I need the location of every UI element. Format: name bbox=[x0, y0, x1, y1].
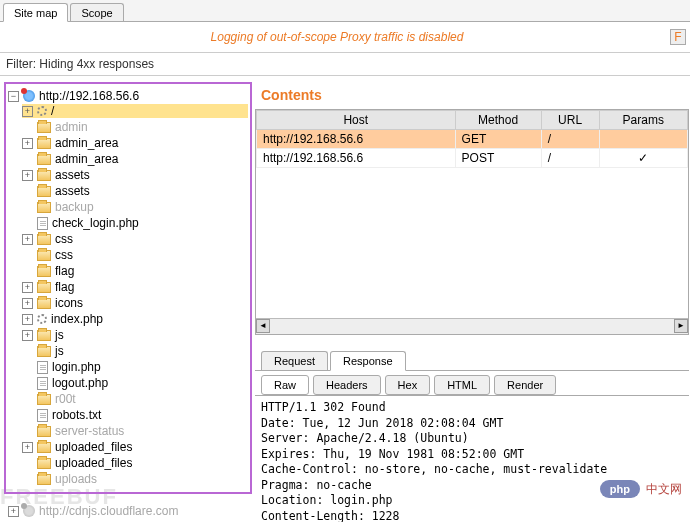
folder-icon bbox=[37, 458, 51, 469]
horizontal-scrollbar[interactable]: ◄ ► bbox=[256, 318, 688, 334]
tree-item-index[interactable]: +index.php bbox=[22, 312, 248, 326]
expand-handle-icon[interactable]: + bbox=[22, 234, 33, 245]
site-tree-pane: − http://192.168.56.6 +/ admin +admin_ar… bbox=[4, 82, 252, 494]
tree-item-js[interactable]: +js bbox=[22, 328, 248, 342]
file-icon bbox=[37, 409, 48, 422]
tree-item-robots[interactable]: robots.txt bbox=[22, 408, 248, 422]
cell-method: GET bbox=[455, 130, 541, 149]
php-logo-icon: php bbox=[600, 480, 640, 498]
tree-outside-host[interactable]: + http://cdnjs.cloudflare.com bbox=[8, 504, 178, 518]
col-params[interactable]: Params bbox=[599, 111, 687, 130]
tab-headers[interactable]: Headers bbox=[313, 375, 381, 395]
php-badge: php 中文网 bbox=[600, 480, 682, 498]
tree-item-uploaded-files2[interactable]: uploaded_files bbox=[22, 456, 248, 470]
tree-item-login[interactable]: login.php bbox=[22, 360, 248, 374]
tree-item-uploaded-files[interactable]: +uploaded_files bbox=[22, 440, 248, 454]
tree-item-css[interactable]: +css bbox=[22, 232, 248, 246]
contents-header: Contents bbox=[255, 84, 689, 109]
col-host[interactable]: Host bbox=[257, 111, 456, 130]
contents-table-wrap: Host Method URL Params http://192.168.56… bbox=[255, 109, 689, 335]
host-label: http://192.168.56.6 bbox=[39, 89, 139, 103]
tree-item-logout[interactable]: logout.php bbox=[22, 376, 248, 390]
expand-handle-icon[interactable]: + bbox=[8, 506, 19, 517]
table-row[interactable]: http://192.168.56.6 GET / bbox=[257, 130, 688, 149]
tree-label: logout.php bbox=[52, 376, 108, 390]
tree-item-icons[interactable]: +icons bbox=[22, 296, 248, 310]
folder-icon bbox=[37, 426, 51, 437]
tree-label: assets bbox=[55, 168, 90, 182]
table-row[interactable]: http://192.168.56.6 POST / ✓ bbox=[257, 149, 688, 168]
expand-handle-icon[interactable]: + bbox=[22, 138, 33, 149]
file-icon bbox=[37, 377, 48, 390]
tree-item-flag[interactable]: flag bbox=[22, 264, 248, 278]
scroll-left-icon[interactable]: ◄ bbox=[256, 319, 270, 333]
reenable-button[interactable]: F bbox=[670, 29, 686, 45]
tree-item-assets2[interactable]: assets bbox=[22, 184, 248, 198]
tree-item-backup[interactable]: backup bbox=[22, 200, 248, 214]
gear-icon bbox=[37, 314, 47, 324]
expand-handle-icon[interactable]: + bbox=[22, 170, 33, 181]
tree-label: flag bbox=[55, 280, 74, 294]
folder-icon bbox=[37, 346, 51, 357]
expand-handle-icon[interactable]: + bbox=[22, 330, 33, 341]
site-tree[interactable]: − http://192.168.56.6 +/ admin +admin_ar… bbox=[8, 88, 248, 488]
tree-label: server-status bbox=[55, 424, 124, 438]
tree-label: admin_area bbox=[55, 136, 118, 150]
tree-label: js bbox=[55, 328, 64, 342]
tree-label: admin bbox=[55, 120, 88, 134]
tab-sitemap[interactable]: Site map bbox=[3, 3, 68, 22]
folder-icon bbox=[37, 282, 51, 293]
collapse-handle-icon[interactable]: − bbox=[8, 91, 19, 102]
tree-item-root-path[interactable]: +/ bbox=[22, 104, 248, 118]
tree-label: index.php bbox=[51, 312, 103, 326]
cell-url: / bbox=[541, 149, 599, 168]
scroll-right-icon[interactable]: ► bbox=[674, 319, 688, 333]
folder-icon bbox=[37, 394, 51, 405]
folder-icon bbox=[37, 138, 51, 149]
expand-handle-icon[interactable]: + bbox=[22, 282, 33, 293]
tab-request[interactable]: Request bbox=[261, 351, 328, 370]
folder-icon bbox=[37, 250, 51, 261]
tree-item-check-login[interactable]: check_login.php bbox=[22, 216, 248, 230]
tab-hex[interactable]: Hex bbox=[385, 375, 431, 395]
tab-scope[interactable]: Scope bbox=[70, 3, 123, 21]
tab-response[interactable]: Response bbox=[330, 351, 406, 371]
expand-handle-icon[interactable]: + bbox=[22, 314, 33, 325]
tab-html[interactable]: HTML bbox=[434, 375, 490, 395]
php-text: 中文网 bbox=[646, 481, 682, 498]
folder-icon bbox=[37, 202, 51, 213]
tree-item-admin[interactable]: admin bbox=[22, 120, 248, 134]
table-empty-area bbox=[256, 168, 688, 318]
expand-handle-icon[interactable]: + bbox=[22, 298, 33, 309]
tree-item-admin-area2[interactable]: admin_area bbox=[22, 152, 248, 166]
tree-root-host[interactable]: − http://192.168.56.6 bbox=[8, 89, 248, 103]
tab-raw[interactable]: Raw bbox=[261, 375, 309, 395]
tree-item-admin-area[interactable]: +admin_area bbox=[22, 136, 248, 150]
tree-item-uploads[interactable]: uploads bbox=[22, 472, 248, 486]
filter-bar[interactable]: Filter: Hiding 4xx responses bbox=[0, 53, 690, 76]
tree-item-flag2[interactable]: +flag bbox=[22, 280, 248, 294]
folder-icon bbox=[37, 154, 51, 165]
tree-item-assets[interactable]: +assets bbox=[22, 168, 248, 182]
folder-icon bbox=[37, 442, 51, 453]
expand-handle-icon[interactable]: + bbox=[22, 106, 33, 117]
tree-item-js2[interactable]: js bbox=[22, 344, 248, 358]
folder-icon bbox=[37, 234, 51, 245]
tree-label: / bbox=[51, 104, 54, 118]
folder-icon bbox=[37, 474, 51, 485]
response-text[interactable]: HTTP/1.1 302 Found Date: Tue, 12 Jun 201… bbox=[255, 396, 689, 522]
folder-icon bbox=[37, 122, 51, 133]
cell-host: http://192.168.56.6 bbox=[257, 149, 456, 168]
folder-icon bbox=[37, 266, 51, 277]
tree-item-css2[interactable]: css bbox=[22, 248, 248, 262]
tree-label: robots.txt bbox=[52, 408, 101, 422]
globe-icon bbox=[23, 505, 35, 517]
tab-render[interactable]: Render bbox=[494, 375, 556, 395]
contents-table[interactable]: Host Method URL Params http://192.168.56… bbox=[256, 110, 688, 168]
col-method[interactable]: Method bbox=[455, 111, 541, 130]
tree-item-server-status[interactable]: server-status bbox=[22, 424, 248, 438]
expand-handle-icon[interactable]: + bbox=[22, 442, 33, 453]
tree-item-r00t[interactable]: r00t bbox=[22, 392, 248, 406]
col-url[interactable]: URL bbox=[541, 111, 599, 130]
tree-label: login.php bbox=[52, 360, 101, 374]
